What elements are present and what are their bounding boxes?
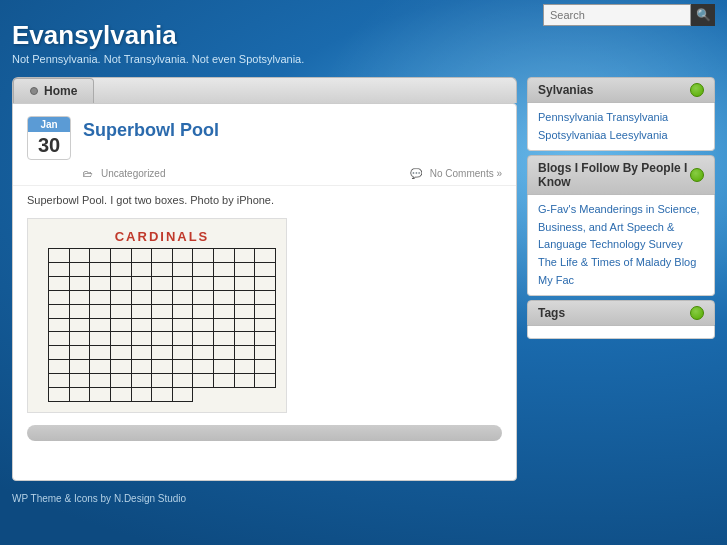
grid-cell — [90, 332, 111, 346]
search-button[interactable]: 🔍 — [691, 4, 715, 26]
grid-cell — [152, 263, 173, 277]
grid-cell — [70, 332, 91, 346]
grid-cell — [132, 263, 153, 277]
header: 🔍 Evansylvania Not Pennsylvania. Not Tra… — [0, 0, 727, 69]
grid-cell — [90, 319, 111, 333]
grid-cell — [111, 374, 132, 388]
widget-tags-header: Tags — [527, 300, 715, 326]
grid-cell — [255, 249, 276, 263]
grid-cell — [235, 291, 256, 305]
widget-blogs-header: Blogs I Follow By People I Know — [527, 155, 715, 195]
grid-cell — [132, 249, 153, 263]
grid-cell — [193, 346, 214, 360]
widget-tags-body — [527, 326, 715, 339]
widget-tags-title: Tags — [538, 306, 565, 320]
grid-cell — [193, 332, 214, 346]
grid-cell — [90, 388, 111, 402]
grid-cell — [152, 249, 173, 263]
grid-cell — [173, 388, 194, 402]
post-category[interactable]: Uncategorized — [101, 168, 165, 179]
grid-cell — [70, 374, 91, 388]
search-bar: 🔍 — [543, 4, 715, 26]
grid-cell — [49, 291, 70, 305]
grid-cell — [235, 263, 256, 277]
scroll-bar[interactable] — [27, 425, 502, 441]
grid-cell — [49, 263, 70, 277]
grid-cell — [235, 346, 256, 360]
post-comments[interactable]: No Comments » — [430, 168, 502, 179]
grid-cell — [214, 332, 235, 346]
grid-cell — [173, 277, 194, 291]
grid-cell — [49, 346, 70, 360]
grid-cell — [173, 263, 194, 277]
grid-cell — [173, 332, 194, 346]
grid-cell — [90, 291, 111, 305]
widget-sylvanias-body: Pennsylvania Transylvania Spotsylvaniaa … — [527, 103, 715, 151]
grid-cell — [152, 374, 173, 388]
grid-cell — [111, 388, 132, 402]
grid-cell — [90, 249, 111, 263]
grid-cell — [49, 277, 70, 291]
grid-cell — [111, 263, 132, 277]
grid-cell — [152, 332, 173, 346]
widget-sylvanias-header: Sylvanias — [527, 77, 715, 103]
grid-cell — [173, 319, 194, 333]
tab-home[interactable]: Home — [13, 78, 94, 103]
post-body-text: Superbowl Pool. I got two boxes. Photo b… — [27, 194, 274, 206]
grid-cell — [90, 346, 111, 360]
widget-sylvanias-links: Pennsylvania Transylvania Spotsylvaniaa … — [538, 111, 668, 141]
grid-cell — [255, 277, 276, 291]
widget-sylvanias-dot-icon — [690, 83, 704, 97]
widget-sylvanias-title: Sylvanias — [538, 83, 593, 97]
grid-cell — [111, 291, 132, 305]
grid-cell — [111, 346, 132, 360]
post-meta: 🗁 Uncategorized 💬 No Comments » — [13, 166, 516, 186]
grid-cell — [70, 277, 91, 291]
grid-cell — [214, 360, 235, 374]
grid-cell — [49, 360, 70, 374]
grid-cell — [132, 388, 153, 402]
post-comments-icon: 💬 — [410, 168, 422, 179]
grid-cell — [70, 360, 91, 374]
grid-cell — [214, 277, 235, 291]
grid-cell — [255, 305, 276, 319]
grid-cell — [152, 305, 173, 319]
grid-cell — [193, 249, 214, 263]
footer: WP Theme & Icons by N.Design Studio — [0, 489, 727, 508]
grid-cell — [235, 277, 256, 291]
grid-cell — [49, 388, 70, 402]
grid-cell — [152, 360, 173, 374]
grid-table — [48, 248, 276, 402]
grid-cell — [90, 305, 111, 319]
grid-cell — [214, 305, 235, 319]
grid-cell — [111, 277, 132, 291]
widget-blogs-body: G-Fav's Meanderings in Science, Business… — [527, 195, 715, 296]
post-title[interactable]: Superbowl Pool — [83, 120, 219, 141]
grid-cell — [70, 263, 91, 277]
grid-cell — [193, 305, 214, 319]
grid-cell — [235, 374, 256, 388]
grid-cell — [152, 319, 173, 333]
grid-cell — [173, 346, 194, 360]
grid-cell — [111, 332, 132, 346]
post-body: Superbowl Pool. I got two boxes. Photo b… — [13, 186, 516, 214]
grid-cell — [214, 263, 235, 277]
grid-cell — [90, 374, 111, 388]
grid-cell — [173, 291, 194, 305]
grid-cell — [152, 388, 173, 402]
grid-cell — [90, 263, 111, 277]
widget-blogs-title: Blogs I Follow By People I Know — [538, 161, 690, 189]
grid-cell — [152, 291, 173, 305]
widget-sylvanias: Sylvanias Pennsylvania Transylvania Spot… — [527, 77, 715, 151]
grid-cell — [132, 374, 153, 388]
grid-cell — [132, 360, 153, 374]
date-month: Jan — [28, 117, 70, 132]
grid-cell — [49, 332, 70, 346]
pool-grid: CARDINALS — [28, 219, 286, 412]
widget-tags: Tags — [527, 300, 715, 339]
grid-cell — [70, 319, 91, 333]
post-image: CARDINALS — [27, 218, 287, 413]
date-badge: Jan 30 — [27, 116, 71, 160]
search-input[interactable] — [543, 4, 691, 26]
grid-cell — [90, 360, 111, 374]
